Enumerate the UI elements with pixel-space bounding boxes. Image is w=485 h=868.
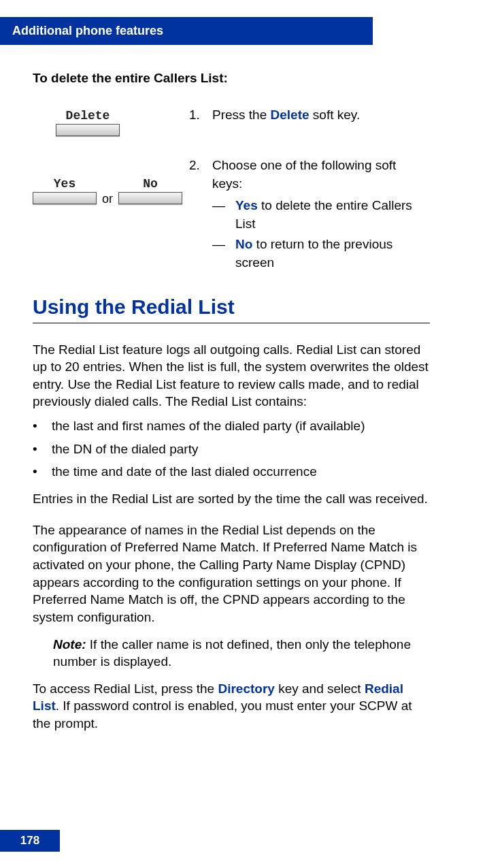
step-text-pre: Press the — [212, 108, 271, 122]
softkey-column: Delete — [33, 106, 189, 136]
access-mid: key and select — [275, 681, 365, 696]
step-line: Press the Delete soft key. — [212, 106, 360, 125]
softkey-group-yesno: Yes or No — [33, 177, 182, 204]
page-header: Additional phone features — [0, 17, 373, 45]
bullet-dot: • — [33, 440, 39, 458]
bullet-item: •the DN of the dialed party — [33, 440, 430, 458]
softkey-button-no[interactable] — [118, 192, 182, 204]
step-text-post: soft key. — [310, 108, 361, 122]
softkey-label-no: No — [143, 177, 158, 191]
step-sub-item: — Yes to delete the entire Callers List — [189, 197, 430, 233]
note-label: Note: — [53, 637, 86, 652]
sub-line: No to return to the previous screen — [235, 236, 430, 272]
cpnd-para: The appearance of names in the Redial Li… — [33, 521, 430, 626]
step-text-highlight: Delete — [271, 108, 310, 122]
access-para: To access Redial List, press the Directo… — [33, 680, 430, 733]
bullet-dot: • — [33, 417, 39, 435]
softkey-label-yes: Yes — [54, 177, 76, 191]
softkey-button-yes[interactable] — [33, 192, 97, 204]
note-text: If the caller name is not defined, then … — [53, 637, 411, 669]
step-text-2: 2. Choose one of the following soft keys… — [189, 157, 430, 272]
step-row-2: Yes or No 2. Choose one of the following… — [33, 157, 430, 272]
bullet-list: •the last and first names of the dialed … — [33, 417, 430, 481]
instruction-heading: To delete the entire Callers List: — [33, 71, 430, 86]
note-block: Note: If the caller name is not defined,… — [53, 636, 430, 671]
section-title: Using the Redial List — [33, 295, 430, 323]
bullet-text: the last and first names of the dialed p… — [52, 417, 365, 435]
softkey-group: Delete — [33, 109, 120, 136]
step-sublist: — Yes to delete the entire Callers List … — [189, 197, 430, 272]
sub-highlight: Yes — [235, 198, 258, 212]
softkey-no: No — [118, 177, 182, 204]
sub-rest: to return to the previous screen — [235, 237, 392, 270]
softkey-button-delete[interactable] — [56, 124, 120, 136]
step-text-1: 1. Press the Delete soft key. — [189, 106, 430, 125]
or-text: or — [101, 192, 114, 206]
step-number: 2. — [189, 157, 203, 193]
header-title: Additional phone features — [12, 24, 163, 37]
bullet-dot: • — [33, 463, 39, 481]
sub-dash: — — [212, 236, 226, 272]
access-pre: To access Redial List, press the — [33, 681, 218, 696]
access-hl-directory: Directory — [218, 681, 274, 696]
step-row-1: Delete 1. Press the Delete soft key. — [33, 106, 430, 136]
access-post: . If password control is enabled, you mu… — [33, 698, 412, 730]
step-number: 1. — [189, 106, 203, 125]
page-number: 178 — [0, 830, 60, 852]
sorted-para: Entries in the Redial List are sorted by… — [33, 490, 430, 508]
bullet-item: •the last and first names of the dialed … — [33, 417, 430, 435]
sub-line: Yes to delete the entire Callers List — [235, 197, 430, 233]
sub-rest: to delete the entire Callers List — [235, 198, 412, 231]
step-line: Choose one of the following soft keys: — [212, 157, 430, 193]
softkey-column: Yes or No — [33, 157, 189, 204]
section-intro: The Redial List feature logs all outgoin… — [33, 341, 430, 411]
bullet-item: •the time and date of the last dialed oc… — [33, 463, 430, 481]
sub-highlight: No — [235, 237, 252, 251]
softkey-label-delete: Delete — [66, 109, 110, 123]
bullet-text: the DN of the dialed party — [52, 440, 198, 458]
softkey-delete: Delete — [56, 109, 120, 136]
softkey-yes: Yes — [33, 177, 97, 204]
bullet-text: the time and date of the last dialed occ… — [52, 463, 317, 481]
page-content: To delete the entire Callers List: Delet… — [0, 71, 463, 733]
step-sub-item: — No to return to the previous screen — [189, 236, 430, 272]
sub-dash: — — [212, 197, 226, 233]
